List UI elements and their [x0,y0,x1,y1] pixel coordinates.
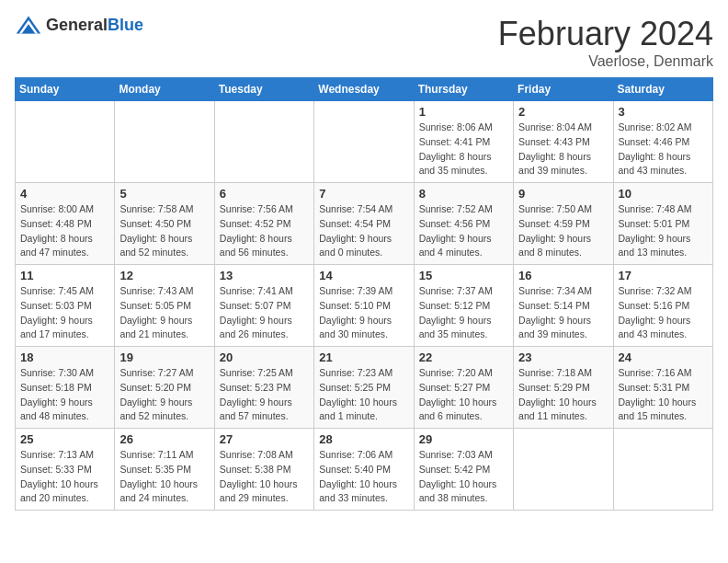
day-info: Sunrise: 7:27 AM Sunset: 5:20 PM Dayligh… [119,366,209,424]
day-number: 21 [319,350,408,364]
calendar-cell: 27Sunrise: 7:08 AM Sunset: 5:38 PM Dayli… [214,429,313,511]
calendar-header: SundayMondayTuesdayWednesdayThursdayFrid… [16,78,713,101]
day-number: 23 [518,350,608,364]
day-number: 2 [518,105,608,119]
calendar-cell: 28Sunrise: 7:06 AM Sunset: 5:40 PM Dayli… [314,429,414,511]
day-number: 3 [619,105,708,119]
day-number: 25 [20,432,109,446]
calendar-cell: 15Sunrise: 7:37 AM Sunset: 5:12 PM Dayli… [414,265,513,347]
day-info: Sunrise: 7:37 AM Sunset: 5:12 PM Dayligh… [419,284,508,342]
month-title: February 2024 [498,15,713,53]
calendar-week-3: 18Sunrise: 7:30 AM Sunset: 5:18 PM Dayli… [16,347,713,429]
day-info: Sunrise: 7:11 AM Sunset: 5:35 PM Dayligh… [119,448,209,506]
calendar-cell: 23Sunrise: 7:18 AM Sunset: 5:29 PM Dayli… [514,347,613,429]
day-number: 15 [419,269,508,282]
calendar-cell: 5Sunrise: 7:58 AM Sunset: 4:50 PM Daylig… [115,183,214,265]
day-info: Sunrise: 7:56 AM Sunset: 4:52 PM Dayligh… [220,202,309,260]
day-number: 4 [20,187,109,201]
calendar-header-saturday: Saturday [613,78,712,101]
calendar-cell: 1Sunrise: 8:06 AM Sunset: 4:41 PM Daylig… [414,101,513,183]
calendar-cell: 26Sunrise: 7:11 AM Sunset: 5:35 PM Dayli… [115,429,214,511]
calendar-header-friday: Friday [514,78,613,101]
day-number: 28 [319,432,408,446]
day-info: Sunrise: 8:04 AM Sunset: 4:43 PM Dayligh… [518,121,608,178]
calendar-cell: 22Sunrise: 7:20 AM Sunset: 5:27 PM Dayli… [414,347,513,429]
calendar-week-2: 11Sunrise: 7:45 AM Sunset: 5:03 PM Dayli… [16,265,713,347]
calendar-cell: 11Sunrise: 7:45 AM Sunset: 5:03 PM Dayli… [16,265,115,347]
day-info: Sunrise: 7:39 AM Sunset: 5:10 PM Dayligh… [319,284,408,342]
day-number: 6 [220,187,309,201]
calendar-table: SundayMondayTuesdayWednesdayThursdayFrid… [15,77,713,511]
day-number: 14 [319,269,408,282]
calendar-cell [314,101,414,183]
day-info: Sunrise: 7:20 AM Sunset: 5:27 PM Dayligh… [419,366,508,424]
calendar-header-wednesday: Wednesday [314,78,414,101]
calendar-cell: 21Sunrise: 7:23 AM Sunset: 5:25 PM Dayli… [314,347,414,429]
day-number: 11 [20,269,109,282]
day-number: 29 [419,432,508,446]
calendar-header-monday: Monday [115,78,214,101]
day-info: Sunrise: 7:23 AM Sunset: 5:25 PM Dayligh… [319,366,408,424]
calendar-cell: 2Sunrise: 8:04 AM Sunset: 4:43 PM Daylig… [514,101,613,183]
calendar-cell [115,101,214,183]
calendar-cell [514,429,613,511]
day-info: Sunrise: 8:00 AM Sunset: 4:48 PM Dayligh… [20,202,109,260]
calendar-cell [16,101,115,183]
day-info: Sunrise: 7:18 AM Sunset: 5:29 PM Dayligh… [518,366,608,424]
day-info: Sunrise: 8:02 AM Sunset: 4:46 PM Dayligh… [619,121,708,178]
calendar-cell: 4Sunrise: 8:00 AM Sunset: 4:48 PM Daylig… [16,183,115,265]
day-number: 5 [119,187,209,201]
calendar-cell: 6Sunrise: 7:56 AM Sunset: 4:52 PM Daylig… [214,183,313,265]
calendar-week-4: 25Sunrise: 7:13 AM Sunset: 5:33 PM Dayli… [16,429,713,511]
day-info: Sunrise: 7:32 AM Sunset: 5:16 PM Dayligh… [619,284,708,342]
calendar-cell: 18Sunrise: 7:30 AM Sunset: 5:18 PM Dayli… [16,347,115,429]
day-info: Sunrise: 7:45 AM Sunset: 5:03 PM Dayligh… [20,284,109,342]
calendar-cell: 8Sunrise: 7:52 AM Sunset: 4:56 PM Daylig… [414,183,513,265]
logo-icon [15,15,42,35]
day-info: Sunrise: 8:06 AM Sunset: 4:41 PM Dayligh… [419,121,508,178]
day-info: Sunrise: 7:16 AM Sunset: 5:31 PM Dayligh… [619,366,708,424]
calendar-week-1: 4Sunrise: 8:00 AM Sunset: 4:48 PM Daylig… [16,183,713,265]
day-number: 8 [419,187,508,201]
location: Vaerlose, Denmark [498,53,713,70]
day-info: Sunrise: 7:06 AM Sunset: 5:40 PM Dayligh… [319,448,408,506]
day-info: Sunrise: 7:13 AM Sunset: 5:33 PM Dayligh… [20,448,109,506]
page-header: GeneralBlue February 2024 Vaerlose, Denm… [15,15,713,70]
calendar-week-0: 1Sunrise: 8:06 AM Sunset: 4:41 PM Daylig… [16,101,713,183]
calendar-cell: 20Sunrise: 7:25 AM Sunset: 5:23 PM Dayli… [214,347,313,429]
day-number: 10 [619,187,708,201]
day-number: 24 [619,350,708,364]
logo-general: General [46,16,108,34]
day-number: 27 [220,432,309,446]
calendar-cell: 17Sunrise: 7:32 AM Sunset: 5:16 PM Dayli… [613,265,712,347]
day-info: Sunrise: 7:41 AM Sunset: 5:07 PM Dayligh… [220,284,309,342]
day-number: 18 [20,350,109,364]
day-info: Sunrise: 7:50 AM Sunset: 4:59 PM Dayligh… [518,202,608,260]
day-number: 19 [119,350,209,364]
day-info: Sunrise: 7:25 AM Sunset: 5:23 PM Dayligh… [220,366,309,424]
logo: GeneralBlue [15,15,143,35]
calendar-cell: 10Sunrise: 7:48 AM Sunset: 5:01 PM Dayli… [613,183,712,265]
calendar-cell: 12Sunrise: 7:43 AM Sunset: 5:05 PM Dayli… [115,265,214,347]
calendar-header-tuesday: Tuesday [214,78,313,101]
day-number: 26 [119,432,209,446]
day-info: Sunrise: 7:54 AM Sunset: 4:54 PM Dayligh… [319,202,408,260]
day-info: Sunrise: 7:58 AM Sunset: 4:50 PM Dayligh… [119,202,209,260]
calendar-cell: 14Sunrise: 7:39 AM Sunset: 5:10 PM Dayli… [314,265,414,347]
day-number: 12 [119,269,209,282]
day-info: Sunrise: 7:34 AM Sunset: 5:14 PM Dayligh… [518,284,608,342]
calendar-cell: 24Sunrise: 7:16 AM Sunset: 5:31 PM Dayli… [613,347,712,429]
calendar-cell [613,429,712,511]
day-number: 7 [319,187,408,201]
day-info: Sunrise: 7:52 AM Sunset: 4:56 PM Dayligh… [419,202,508,260]
day-info: Sunrise: 7:48 AM Sunset: 5:01 PM Dayligh… [619,202,708,260]
calendar-cell: 9Sunrise: 7:50 AM Sunset: 4:59 PM Daylig… [514,183,613,265]
day-info: Sunrise: 7:30 AM Sunset: 5:18 PM Dayligh… [20,366,109,424]
calendar-cell: 7Sunrise: 7:54 AM Sunset: 4:54 PM Daylig… [314,183,414,265]
calendar-cell: 3Sunrise: 8:02 AM Sunset: 4:46 PM Daylig… [613,101,712,183]
logo-blue: Blue [108,16,143,34]
day-info: Sunrise: 7:08 AM Sunset: 5:38 PM Dayligh… [220,448,309,506]
calendar-cell: 29Sunrise: 7:03 AM Sunset: 5:42 PM Dayli… [414,429,513,511]
day-number: 17 [619,269,708,282]
calendar-cell: 25Sunrise: 7:13 AM Sunset: 5:33 PM Dayli… [16,429,115,511]
